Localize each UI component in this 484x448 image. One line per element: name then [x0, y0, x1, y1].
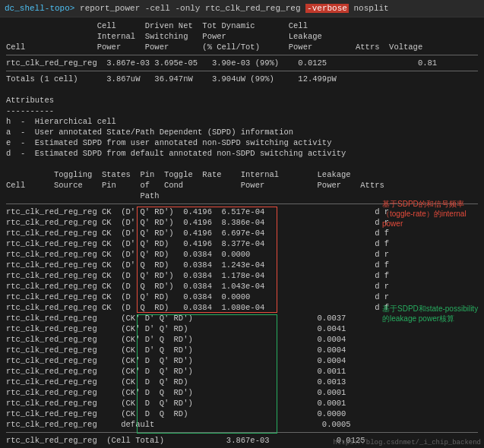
leakage-row-5: rtc_clk_red_reg_reg (CK' D Q' RD') 0.000… [6, 355, 478, 366]
leakage-row-3: rtc_clk_red_reg_reg (CK' D' Q RD') 0.000… [6, 334, 478, 345]
detail-row-6: rtc_clk_red_reg_reg CK (D' Q RD) 0.0384 … [6, 260, 478, 270]
terminal-prompt: dc_shell-topo> [5, 4, 74, 13]
detail-row-4: rtc_clk_red_reg_reg CK (D' Q' RD) 0.4196… [6, 238, 478, 249]
blank-1 [6, 84, 478, 95]
leakage-row-2: rtc_clk_red_reg_reg (CK' D' Q' RD) 0.004… [6, 323, 478, 334]
detail-row-7: rtc_clk_red_reg_reg CK (D Q' RD') 0.0384… [6, 270, 478, 281]
detail-row-3: rtc_clk_red_reg_reg CK (D' Q' RD') 0.419… [6, 228, 478, 238]
annotation-internal-power: 基于SDPD的和信号频率（toggle-rate）的internal power [382, 199, 481, 229]
attributes-section: Attributes ---------- h - Hierarchical c… [6, 95, 478, 159]
leakage-row-4: rtc_clk_red_reg_reg (CK D' Q RD') 0.0004 [6, 345, 478, 355]
nosplit-text: nosplit [349, 4, 389, 13]
leakage-row-9: rtc_clk_red_reg_reg (CK D Q' RD') 0.0001 [6, 398, 478, 409]
leakage-row-8: rtc_clk_red_reg_reg (CK' D Q RD') 0.0001 [6, 387, 478, 398]
detail-row-9: rtc_clk_red_reg_reg CK (D Q' RD) 0.0384 … [6, 292, 478, 302]
leakage-row-10: rtc_clk_red_reg_reg (CK D Q RD) 0.0000 [6, 409, 478, 419]
main-table-header: Cell Driven Net Tot Dynamic Cell Interna… [6, 21, 478, 52]
command-text: report_power -cell -only rtc_clk_red_reg… [80, 4, 305, 13]
terminal-window: dc_shell-topo> report_power -cell -only … [0, 0, 484, 448]
detail-section: rtc_clk_red_reg_reg CK (D' Q' RD') 0.419… [6, 207, 478, 448]
totals-row: Totals (1 cell) 3.867uW 36.947nW 3.904uW… [6, 74, 478, 84]
leakage-row-7: rtc_clk_red_reg_reg (CK D Q' RD) 0.0013 [6, 377, 478, 387]
divider-4 [6, 432, 478, 433]
detail-row-5: rtc_clk_red_reg_reg CK (D' Q' RD) 0.0384… [6, 249, 478, 260]
leakage-row-6: rtc_clk_red_reg_reg (CK' D Q' RD') 0.001… [6, 366, 478, 377]
command-line: dc_shell-topo> report_power -cell -only … [0, 0, 484, 17]
leakage-row-11: rtc_clk_red_reg_reg default 0.0005 [6, 419, 478, 430]
divider-1 [6, 55, 478, 55]
main-data-row: rtc_clk_red_reg_reg 3.867e-03 3.695e-05 … [6, 58, 478, 68]
watermark: https://blog.csdnmet/_i_chip_backend [334, 439, 481, 446]
detail-header: Toggling States Pin Toggle Rate Internal… [6, 169, 478, 201]
detail-row-8: rtc_clk_red_reg_reg CK (D Q RD') 0.0384 … [6, 281, 478, 292]
divider-2 [6, 71, 478, 71]
blank-2 [6, 159, 478, 169]
annotation-leakage-power: 基于SDPD和state-possibility的leakage power核算 [382, 304, 481, 323]
verbose-flag: -verbose [305, 4, 349, 13]
terminal-content: Cell Driven Net Tot Dynamic Cell Interna… [0, 17, 484, 448]
